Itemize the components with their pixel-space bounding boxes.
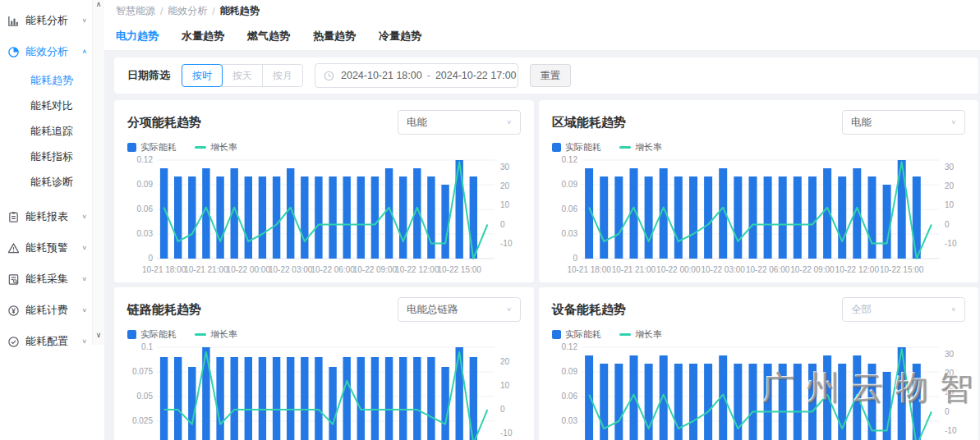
sidebar-item-energy-warning[interactable]: 能耗预警 ∨ <box>0 232 92 264</box>
legend-label: 实际能耗 <box>565 141 601 154</box>
chart-select[interactable]: 全部 ∨ <box>842 297 965 322</box>
sidebar-item-energy-report[interactable]: 能耗报表 ∨ <box>0 201 92 232</box>
svg-text:20: 20 <box>500 181 510 190</box>
chart-select[interactable]: 电能总链路 ∨ <box>398 297 521 322</box>
legend-item-actual[interactable]: 实际能耗 <box>552 328 601 341</box>
chart-panel-subitem: 分项能耗趋势 电能 ∨ 实际能耗 增长率 00.030.060.090.1230… <box>114 100 534 282</box>
legend-bar-swatch <box>552 143 561 152</box>
legend-bar-swatch <box>127 143 136 152</box>
legend-line-swatch <box>619 146 631 149</box>
svg-text:10-21 18:00: 10-21 18:00 <box>567 265 611 274</box>
clock-icon <box>324 71 334 81</box>
chart-panel-device: 设备能耗趋势 全部 ∨ 实际能耗 增长率 00.030.060.090.1230… <box>539 287 978 440</box>
legend-item-growth[interactable]: 增长率 <box>195 328 237 341</box>
sidebar-item-label: 能耗分析 <box>25 13 81 28</box>
sidebar-item-efficiency-analysis[interactable]: 能效分析 ∧ <box>0 36 92 67</box>
svg-text:10-22 06:00: 10-22 06:00 <box>311 265 355 274</box>
legend-bar-swatch <box>552 330 561 339</box>
legend-item-actual[interactable]: 实际能耗 <box>552 141 601 154</box>
svg-text:-10: -10 <box>945 239 957 248</box>
svg-text:10-22 09:00: 10-22 09:00 <box>353 265 398 274</box>
chart-select[interactable]: 电能 ∨ <box>398 110 521 135</box>
breadcrumb-current: 能耗趋势 <box>220 4 260 18</box>
charts-grid: 分项能耗趋势 电能 ∨ 实际能耗 增长率 00.030.060.090.1230… <box>114 100 978 440</box>
sidebar-item-energy-billing[interactable]: 能耗计费 ∨ <box>0 295 92 326</box>
scroll-down-icon[interactable]: ∨ <box>93 331 104 339</box>
svg-text:0.06: 0.06 <box>562 392 578 401</box>
chart-panel-region: 区域能耗趋势 电能 ∨ 实际能耗 增长率 00.030.060.090.1230… <box>539 100 978 282</box>
mode-by-month-button[interactable]: 按月 <box>262 64 303 87</box>
sidebar-item-energy-trace[interactable]: 能耗追踪 <box>0 118 92 144</box>
tab-cooling-trend[interactable]: 冷量趋势 <box>379 25 421 47</box>
chart-select-value: 电能 <box>407 116 427 130</box>
svg-text:-10: -10 <box>945 426 957 435</box>
chart-canvas-device: 00.030.060.090.123020100-1010-21 18:0010… <box>552 342 965 440</box>
sidebar-scrollbar[interactable]: ∧ ∨ <box>92 0 104 345</box>
svg-text:-10: -10 <box>500 239 513 248</box>
tab-electric-trend[interactable]: 电力趋势 <box>116 25 159 47</box>
legend-line-swatch <box>195 333 206 336</box>
sidebar-item-energy-analysis[interactable]: 能耗分析 ∨ <box>0 5 92 36</box>
svg-text:0: 0 <box>573 254 577 263</box>
scroll-up-icon[interactable]: ∧ <box>93 0 104 8</box>
legend-item-growth[interactable]: 增长率 <box>195 141 237 154</box>
bar-chart-icon <box>7 14 20 27</box>
sidebar-item-energy-collect[interactable]: 能耗采集 ∨ <box>0 264 92 295</box>
mode-by-hour-button[interactable]: 按时 <box>182 64 223 87</box>
tab-heat-trend[interactable]: 热量趋势 <box>313 25 356 47</box>
svg-text:10-22 00:00: 10-22 00:00 <box>656 265 701 274</box>
reset-button[interactable]: 重置 <box>530 64 571 87</box>
svg-text:0.025: 0.025 <box>132 416 153 425</box>
date-start-value[interactable]: 2024-10-21 18:00 <box>341 70 422 81</box>
legend-item-actual[interactable]: 实际能耗 <box>127 141 177 154</box>
tab-gas-trend[interactable]: 燃气趋势 <box>247 25 290 47</box>
chart-select[interactable]: 电能 ∨ <box>842 110 965 135</box>
sidebar-item-energy-config[interactable]: 能耗配置 ∨ <box>0 326 92 357</box>
svg-text:0.075: 0.075 <box>132 367 153 376</box>
date-filter-label: 日期筛选 <box>127 68 170 83</box>
trend-tabs: 电力趋势 水量趋势 燃气趋势 热量趋势 冷量趋势 <box>104 22 980 51</box>
svg-text:0.09: 0.09 <box>562 367 578 376</box>
date-end-value[interactable]: 2024-10-22 17:00 <box>435 70 517 81</box>
chart-select-value: 全部 <box>851 303 872 317</box>
chart-title: 链路能耗趋势 <box>127 302 201 318</box>
legend-label: 增长率 <box>210 141 237 154</box>
svg-text:0.03: 0.03 <box>137 229 154 238</box>
svg-text:10-21 21:00: 10-21 21:00 <box>612 265 656 274</box>
legend-item-growth[interactable]: 增长率 <box>619 328 662 341</box>
mode-by-day-button[interactable]: 按天 <box>222 64 263 87</box>
legend-item-actual[interactable]: 实际能耗 <box>127 328 177 341</box>
sidebar-item-energy-compare[interactable]: 能耗对比 <box>0 93 92 118</box>
chart-title: 分项能耗趋势 <box>127 115 201 131</box>
svg-text:10-22 03:00: 10-22 03:00 <box>702 265 746 274</box>
sidebar-item-energy-diagnosis[interactable]: 能耗诊断 <box>0 169 92 195</box>
date-range-input[interactable]: 2024-10-21 18:00 - 2024-10-22 17:00 <box>315 63 518 88</box>
chevron-down-icon: ∨ <box>950 306 956 313</box>
breadcrumb-item[interactable]: 智慧能源 <box>116 4 155 18</box>
sidebar-item-label: 能效分析 <box>25 44 81 59</box>
page-content: 日期筛选 按时 按天 按月 2024-10-21 18:00 - 2024-10… <box>104 51 980 440</box>
legend-label: 实际能耗 <box>140 141 177 154</box>
svg-text:0.12: 0.12 <box>137 155 154 164</box>
breadcrumb-item[interactable]: 能效分析 <box>168 4 207 18</box>
svg-text:10: 10 <box>500 200 510 209</box>
sidebar-item-label: 能耗计费 <box>25 303 81 318</box>
sidebar-item-energy-indicator[interactable]: 能耗指标 <box>0 144 92 169</box>
chart-canvas-subitem: 00.030.060.090.123020100-1010-21 18:0010… <box>127 155 521 278</box>
sidebar-item-label: 能耗配置 <box>25 334 81 349</box>
svg-text:10-22 00:00: 10-22 00:00 <box>227 265 271 274</box>
sidebar: 能耗分析 ∨ 能效分析 ∧ 能耗趋势 能耗对比 能耗追踪 能耗指标 能耗诊断 能… <box>0 0 92 440</box>
legend-line-swatch <box>195 146 206 149</box>
svg-text:30: 30 <box>945 350 955 359</box>
sidebar-item-energy-trend[interactable]: 能耗趋势 <box>0 67 92 93</box>
tab-water-trend[interactable]: 水量趋势 <box>182 25 224 47</box>
report-icon <box>7 210 20 223</box>
chart-svg: 00.030.060.090.123020100-1010-21 18:0010… <box>127 155 521 278</box>
svg-text:10-22 03:00: 10-22 03:00 <box>269 265 313 274</box>
breadcrumb-separator: / <box>160 6 163 17</box>
svg-text:10-22 15:00: 10-22 15:00 <box>438 265 482 274</box>
svg-text:0.09: 0.09 <box>137 180 154 189</box>
legend-item-growth[interactable]: 增长率 <box>619 141 662 154</box>
svg-text:0.03: 0.03 <box>562 416 578 425</box>
svg-text:30: 30 <box>500 163 510 172</box>
